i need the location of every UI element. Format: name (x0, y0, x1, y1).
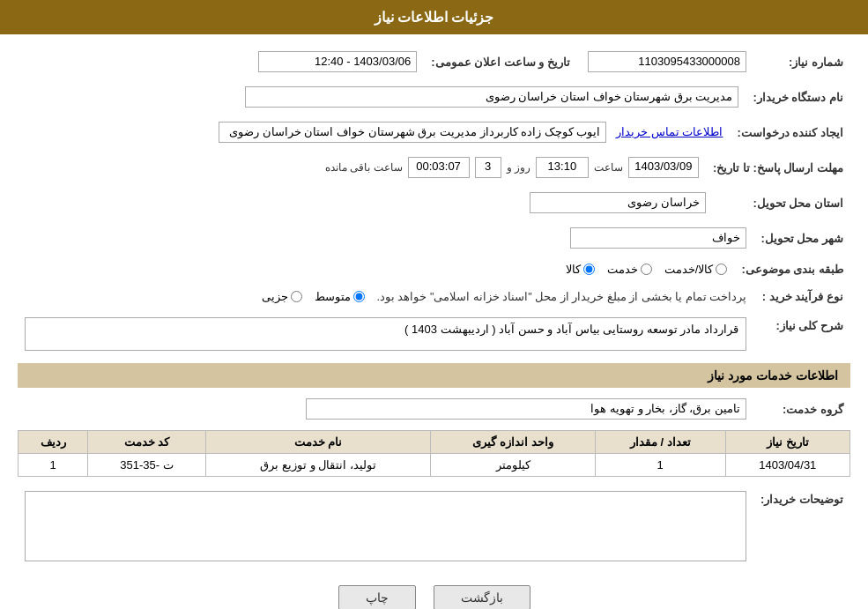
toshih-textarea[interactable] (25, 491, 746, 561)
grooh-label: گروه خدمت: (753, 395, 850, 423)
saat-label: ساعت (594, 161, 623, 174)
table-row: 1403/04/31 1 کیلومتر تولید، انتقال و توز… (19, 454, 850, 477)
mohlat-date: 1403/03/09 (628, 157, 699, 178)
services-table: تاریخ نیاز تعداد / مقدار واحد اندازه گیر… (18, 430, 850, 477)
radio-motavasset-label: متوسط (315, 290, 351, 303)
buttons-row: بازگشت چاپ (18, 585, 850, 609)
radio-kala-input[interactable] (583, 264, 595, 275)
mohlat-mande: 00:03:07 (408, 157, 470, 178)
sharhKoli-value: قرارداد مادر توسعه روستایی بیاس آباد و ح… (25, 317, 746, 351)
col-tedad: تعداد / مقدار (595, 431, 725, 454)
radio-motavasset[interactable]: متوسط (315, 290, 365, 303)
radio-khadamat-input[interactable] (641, 264, 652, 275)
shahr-label: شهر محل تحویل: (753, 224, 850, 252)
grooh-value: تامین برق، گاز، بخار و تهویه هوا (306, 398, 746, 420)
toshih-label: توضیحات خریدار: (753, 487, 850, 568)
shomareNiaz-label: شماره نیاز: (753, 48, 850, 76)
radio-jozyi-input[interactable] (291, 291, 302, 302)
mohlat-rooz: 3 (475, 157, 501, 178)
rooz-label: روز و (507, 161, 530, 174)
col-kod: کد خدمت (88, 431, 205, 454)
radio-kala-khadamat-input[interactable] (716, 264, 727, 275)
khadamat-section-header: اطلاعات خدمات مورد نیاز (18, 363, 850, 388)
radio-khadamat[interactable]: خدمت (607, 263, 652, 276)
cell-nam: تولید، انتقال و توزیع برق (205, 454, 431, 477)
sharhKoli-label: شرح کلی نیاز: (753, 314, 850, 354)
tabaqe-label: طبقه بندی موضوعی: (734, 259, 850, 279)
cell-tarikh: 1403/04/31 (725, 454, 849, 477)
page-title: جزئیات اطلاعات نیاز (0, 0, 868, 34)
tarikhElan-value: 1403/03/06 - 12:40 (258, 51, 417, 72)
cell-tedad: 1 (595, 454, 725, 477)
radio-motavasset-input[interactable] (353, 291, 365, 302)
shahr-value: خواف (570, 227, 746, 249)
mohlat-saat: 13:10 (536, 157, 589, 178)
cell-vahed: کیلومتر (431, 454, 595, 477)
col-vahed: واحد اندازه گیری (431, 431, 595, 454)
tarikhElan-label: تاریخ و ساعت اعلان عمومی: (424, 48, 577, 76)
col-nam: نام خدمت (205, 431, 431, 454)
radio-jozyi-label: جزیی (262, 290, 288, 303)
mande-label: ساعت باقی مانده (325, 161, 403, 174)
mohlat-label: مهلت ارسال پاسخ: تا تاریخ: (706, 153, 850, 182)
col-tarikh: تاریخ نیاز (725, 431, 849, 454)
ostan-label: استان محل تحویل: (713, 189, 850, 217)
radio-kala-label: کالا (566, 263, 581, 276)
noeFarayand-label: نوع فرآیند خرید : (753, 286, 850, 307)
namDastgah-value: مدیریت برق شهرستان خواف استان خراسان رضو… (245, 86, 738, 108)
namDastgah-label: نام دستگاه خریدار: (746, 83, 850, 111)
shomareNiaz-value: 1103095433000008 (588, 51, 746, 72)
radio-jozyi[interactable]: جزیی (262, 290, 302, 303)
ostan-value: خراسان رضوی (530, 192, 706, 213)
ijadKonande-value: ایوب کوچک زاده کاربرداز مدیریت برق شهرست… (219, 122, 606, 143)
back-button[interactable]: بازگشت (434, 585, 530, 609)
radio-kala-khadamat[interactable]: کالا/خدمت (664, 263, 728, 276)
radio-kala[interactable]: کالا (566, 263, 595, 276)
radio-kala-khadamat-label: کالا/خدمت (664, 263, 714, 276)
etelaat-tamas-link[interactable]: اطلاعات تماس خریدار (616, 125, 723, 138)
cell-radif: 1 (19, 454, 88, 477)
noeFarayand-text: پرداخت تمام یا بخشی از مبلغ خریدار از مح… (377, 290, 747, 303)
cell-kod: ت -35-351 (88, 454, 205, 477)
ijadKonande-label: ایجاد کننده درخواست: (730, 118, 850, 146)
print-button[interactable]: چاپ (338, 585, 416, 609)
radio-khadamat-label: خدمت (607, 263, 638, 276)
col-radif: ردیف (19, 431, 88, 454)
